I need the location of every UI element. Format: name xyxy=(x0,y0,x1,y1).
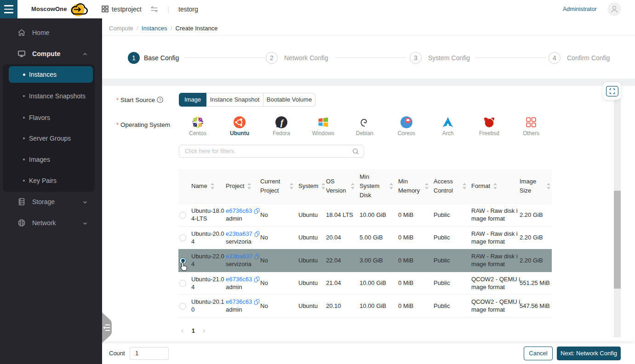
svg-text:?: ? xyxy=(159,97,161,102)
